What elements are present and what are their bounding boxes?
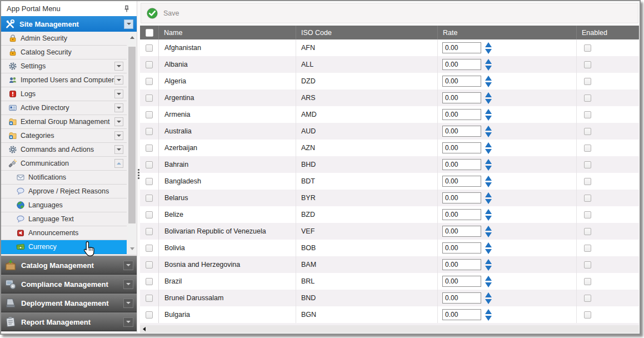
rate-decrement-button[interactable] xyxy=(485,232,492,237)
pin-icon[interactable] xyxy=(122,4,131,13)
rate-decrement-button[interactable] xyxy=(485,266,492,271)
rate-decrement-button[interactable] xyxy=(485,182,492,187)
rate-increment-button[interactable] xyxy=(485,159,492,164)
sidebar-item-imported-users-and-computers[interactable]: Imported Users and Computers xyxy=(1,73,127,87)
expand-item-button[interactable] xyxy=(114,103,123,112)
expand-section-button[interactable] xyxy=(123,317,133,327)
rate-increment-button[interactable] xyxy=(485,309,492,314)
column-header-rate[interactable]: Rate xyxy=(437,26,576,39)
rate-increment-button[interactable] xyxy=(485,59,492,64)
enabled-checkbox[interactable] xyxy=(584,311,591,319)
rate-decrement-button[interactable] xyxy=(485,149,492,154)
rate-decrement-button[interactable] xyxy=(485,199,492,204)
row-checkbox[interactable] xyxy=(146,261,153,269)
rate-input[interactable] xyxy=(442,76,481,87)
rate-increment-button[interactable] xyxy=(485,142,492,147)
enabled-checkbox[interactable] xyxy=(584,261,591,269)
sidebar-item-approve-reject-reasons[interactable]: Approve / Reject Reasons xyxy=(1,185,127,198)
rate-increment-button[interactable] xyxy=(485,209,492,214)
sidebar-section-catalog-management[interactable]: Catalog Management xyxy=(1,256,137,275)
enabled-checkbox[interactable] xyxy=(584,128,591,135)
row-checkbox[interactable] xyxy=(146,161,153,168)
sidebar-item-active-directory[interactable]: Active Directory xyxy=(1,101,127,115)
rate-decrement-button[interactable] xyxy=(485,99,492,104)
rate-input[interactable] xyxy=(442,142,481,153)
rate-increment-button[interactable] xyxy=(485,92,492,97)
expand-section-button[interactable] xyxy=(123,261,133,270)
enabled-checkbox[interactable] xyxy=(584,111,591,118)
sidebar-item-settings[interactable]: Settings xyxy=(1,59,127,73)
expand-section-button[interactable] xyxy=(123,280,133,289)
sidebar-item-languages[interactable]: Languages xyxy=(1,198,127,212)
sidebar-item-external-group-management[interactable]: External Group Management xyxy=(1,115,127,129)
rate-decrement-button[interactable] xyxy=(485,132,492,137)
row-checkbox[interactable] xyxy=(146,278,153,285)
collapse-section-button[interactable] xyxy=(124,19,133,29)
rate-input[interactable] xyxy=(442,192,481,203)
rate-decrement-button[interactable] xyxy=(485,66,492,71)
enabled-checkbox[interactable] xyxy=(584,295,591,302)
row-checkbox[interactable] xyxy=(146,228,153,235)
row-checkbox[interactable] xyxy=(146,95,153,102)
expand-item-button[interactable] xyxy=(114,62,123,71)
rate-decrement-button[interactable] xyxy=(485,82,492,87)
scroll-down-button[interactable] xyxy=(128,244,136,253)
sidebar-section-deployment-management[interactable]: Deployment Management xyxy=(1,294,137,312)
rate-increment-button[interactable] xyxy=(485,176,492,181)
row-checkbox[interactable] xyxy=(146,245,153,252)
enabled-checkbox[interactable] xyxy=(584,211,591,218)
rate-decrement-button[interactable] xyxy=(485,282,492,287)
rate-decrement-button[interactable] xyxy=(485,299,492,304)
row-checkbox[interactable] xyxy=(146,145,153,152)
row-checkbox[interactable] xyxy=(146,311,153,319)
rate-input[interactable] xyxy=(442,59,481,70)
rate-input[interactable] xyxy=(442,242,481,254)
rate-input[interactable] xyxy=(442,276,481,287)
enabled-checkbox[interactable] xyxy=(584,95,591,102)
rate-increment-button[interactable] xyxy=(485,76,492,81)
rate-input[interactable] xyxy=(442,176,481,187)
expand-item-button[interactable] xyxy=(114,131,123,140)
enabled-checkbox[interactable] xyxy=(584,78,591,85)
sidebar-item-logs[interactable]: Logs xyxy=(1,87,127,101)
rate-input[interactable] xyxy=(442,42,481,53)
enabled-checkbox[interactable] xyxy=(584,161,591,168)
enabled-checkbox[interactable] xyxy=(584,61,591,68)
row-checkbox[interactable] xyxy=(146,61,153,68)
rate-input[interactable] xyxy=(442,309,481,320)
sidebar-item-categories[interactable]: Categories xyxy=(1,129,127,143)
rate-decrement-button[interactable] xyxy=(485,116,492,121)
enabled-checkbox[interactable] xyxy=(584,228,591,235)
rate-input[interactable] xyxy=(442,209,481,220)
scroll-up-button[interactable] xyxy=(128,33,136,42)
horizontal-scrollbar[interactable] xyxy=(140,325,639,333)
rate-input[interactable] xyxy=(442,226,481,237)
sidebar-item-notifications[interactable]: Notifications xyxy=(1,171,127,185)
sidebar-item-commands-and-actions[interactable]: Commands and Actions xyxy=(1,143,127,157)
row-checkbox[interactable] xyxy=(146,44,153,52)
rate-increment-button[interactable] xyxy=(485,126,492,131)
sidebar-item-announcements[interactable]: Announcements xyxy=(1,226,127,240)
sidebar-scrollbar[interactable] xyxy=(128,32,136,254)
rate-increment-button[interactable] xyxy=(485,192,492,197)
rate-input[interactable] xyxy=(442,259,481,270)
rate-input[interactable] xyxy=(442,92,481,103)
rate-input[interactable] xyxy=(442,292,481,304)
expand-item-button[interactable] xyxy=(114,117,123,126)
rate-increment-button[interactable] xyxy=(485,292,492,297)
row-checkbox[interactable] xyxy=(146,178,153,185)
rate-increment-button[interactable] xyxy=(485,226,492,231)
enabled-checkbox[interactable] xyxy=(584,145,591,152)
row-checkbox[interactable] xyxy=(146,128,153,135)
rate-decrement-button[interactable] xyxy=(485,216,492,221)
enabled-checkbox[interactable] xyxy=(584,245,591,252)
rate-decrement-button[interactable] xyxy=(485,316,492,321)
sidebar-item-language-text[interactable]: Language Text xyxy=(1,212,127,226)
rate-increment-button[interactable] xyxy=(485,109,492,114)
column-header-iso[interactable]: ISO Code xyxy=(296,26,437,39)
rate-increment-button[interactable] xyxy=(485,242,492,247)
sidebar-section-report-management[interactable]: Report Management xyxy=(1,312,137,331)
enabled-checkbox[interactable] xyxy=(584,278,591,285)
enabled-checkbox[interactable] xyxy=(584,44,591,52)
sidebar-item-currency[interactable]: Currency xyxy=(1,240,127,254)
